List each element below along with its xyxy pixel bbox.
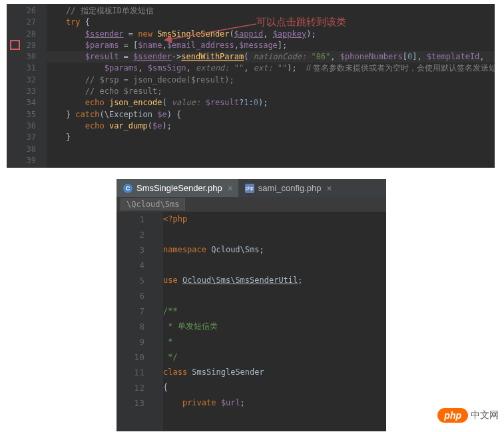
code-line[interactable] <box>163 227 386 242</box>
bottom-gutter: 12345678910111213 <box>117 212 163 431</box>
line-number: 35 <box>7 109 36 120</box>
gutter-lines-bottom: 12345678910111213 <box>117 212 144 411</box>
line-number: 5 <box>117 273 144 288</box>
line-number: 6 <box>117 288 144 304</box>
line-number: 1 <box>117 212 144 227</box>
code-line[interactable]: $params, $smsSign, extend: "", ext: "");… <box>47 63 495 74</box>
line-number: 38 <box>7 144 36 155</box>
code-line[interactable]: use Qcloud\Sms\SmsSenderUtil; <box>163 273 386 288</box>
gutter-lines-top: 2627282930313233343536373839 <box>7 5 36 166</box>
breadcrumb[interactable]: \Qcloud\Sms <box>117 197 386 212</box>
code-line[interactable]: // echo $result; <box>47 86 495 97</box>
line-number: 27 <box>7 17 36 28</box>
code-line[interactable]: echo var_dump($e); <box>47 120 495 132</box>
line-number: 10 <box>117 349 144 365</box>
code-line[interactable]: class SmsSingleSender <box>163 365 386 380</box>
code-line[interactable] <box>163 288 386 304</box>
code-line[interactable]: $result = $ssender->sendWithParam( natio… <box>47 51 495 63</box>
code-line[interactable]: $params = [$name,$email_address,$message… <box>47 40 495 51</box>
line-number: 2 <box>117 227 144 242</box>
tab-smssinglesender-php[interactable]: CSmsSingleSender.php× <box>117 179 238 197</box>
line-number: 13 <box>117 395 144 411</box>
line-number: 3 <box>117 242 144 258</box>
code-line[interactable]: * 单发短信类 <box>163 319 386 334</box>
line-number: 37 <box>7 132 36 143</box>
line-number: 9 <box>117 334 144 349</box>
tab-label: SmsSingleSender.php <box>136 183 222 193</box>
line-number: 36 <box>7 120 36 132</box>
watermark-badge: php <box>437 408 468 423</box>
breakpoint-marker[interactable] <box>10 40 20 50</box>
php-icon: php <box>245 184 254 193</box>
line-number: 39 <box>7 155 36 166</box>
code-line[interactable]: * <box>163 334 386 349</box>
code-line[interactable]: <?php <box>163 212 386 227</box>
code-line[interactable]: } catch(\Exception $e) { <box>47 109 495 120</box>
bottom-code-area[interactable]: <?php namespace Qcloud\Sms; use Qcloud\S… <box>163 212 386 411</box>
code-line[interactable]: */ <box>163 349 386 365</box>
line-number: 4 <box>117 258 144 273</box>
code-line[interactable]: // 指定模板ID单发短信 <box>47 5 495 17</box>
code-line[interactable]: } <box>47 132 495 143</box>
tab-sami_config-php[interactable]: phpsami_config.php× <box>238 179 338 197</box>
code-line[interactable]: private $url; <box>163 395 386 411</box>
class-icon: C <box>123 184 132 193</box>
tab-label: sami_config.php <box>258 183 322 193</box>
code-line[interactable]: $ssender = new SmsSingleSender($appid, $… <box>47 29 495 40</box>
line-number: 34 <box>7 97 36 108</box>
line-number: 11 <box>117 365 144 380</box>
tabs-row: CSmsSingleSender.php×phpsami_config.php× <box>117 179 386 197</box>
line-number: 30 <box>7 51 36 63</box>
bottom-editor-pane: CSmsSingleSender.php×phpsami_config.php×… <box>117 179 386 431</box>
line-number: 31 <box>7 63 36 74</box>
code-line[interactable]: // $rsp = json_decode($result); <box>47 75 495 86</box>
top-gutter: 2627282930313233343536373839 <box>7 4 47 168</box>
arrow-icon <box>160 21 260 47</box>
code-line[interactable]: /** <box>163 304 386 319</box>
watermark-text: 中文网 <box>471 409 499 421</box>
breadcrumb-item[interactable]: \Qcloud\Sms <box>121 198 185 210</box>
line-number: 32 <box>7 75 36 86</box>
annotation-text: 可以点击跳转到该类 <box>256 16 346 29</box>
line-number: 26 <box>7 5 36 17</box>
code-line[interactable] <box>163 258 386 273</box>
close-icon[interactable]: × <box>326 183 334 194</box>
line-number: 7 <box>117 304 144 319</box>
top-editor-pane: 2627282930313233343536373839 // 指定模板ID单发… <box>7 4 495 168</box>
line-number: 12 <box>117 380 144 395</box>
line-number: 8 <box>117 319 144 334</box>
code-line[interactable]: namespace Qcloud\Sms; <box>163 242 386 258</box>
code-line[interactable] <box>47 144 495 155</box>
close-icon[interactable]: × <box>226 183 234 194</box>
watermark: php 中文网 <box>437 408 499 423</box>
code-line[interactable]: { <box>163 380 386 395</box>
line-number: 33 <box>7 86 36 97</box>
code-line[interactable]: echo json_encode( value: $result?1:0); <box>47 97 495 108</box>
svg-line-0 <box>170 24 256 39</box>
line-number: 28 <box>7 29 36 40</box>
